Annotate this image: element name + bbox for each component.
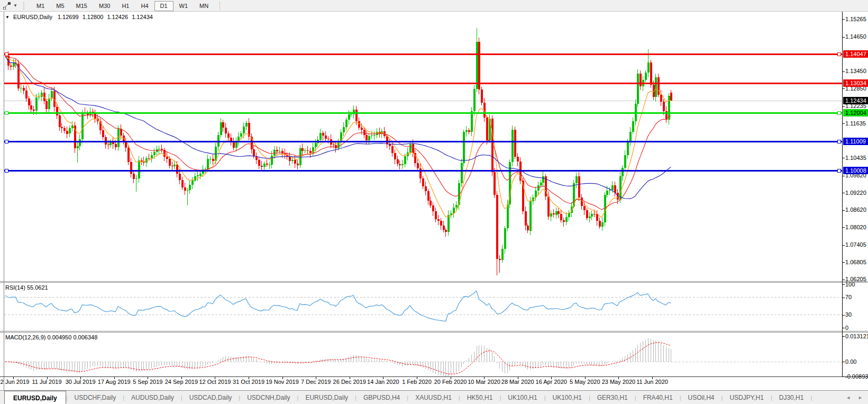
candle-body: [81, 112, 84, 140]
tab-EURUSD-Daily[interactable]: EURUSD,Daily: [4, 391, 66, 404]
ma-fast-line: [5, 56, 671, 217]
toolbar-separator: [220, 2, 220, 10]
candle-body: [639, 74, 642, 86]
timeframe-button-H4[interactable]: H4: [135, 1, 154, 11]
timeframe-button-D1[interactable]: D1: [154, 1, 173, 11]
candle-body: [319, 133, 322, 139]
candle-body: [637, 74, 639, 104]
candle-body: [445, 230, 447, 232]
candle-body: [109, 142, 112, 145]
candle-body: [243, 127, 245, 133]
candle-body: [102, 130, 104, 137]
candle-body: [191, 180, 194, 185]
candle-body: [13, 63, 15, 67]
candle-body: [547, 196, 550, 217]
candle-body: [345, 120, 348, 127]
tab-USDCNH-Daily[interactable]: USDCNH,Daily: [240, 391, 297, 404]
tab-UK100-H1[interactable]: UK100,H1: [546, 391, 589, 404]
candle-body: [56, 107, 58, 115]
tab-FRA40-H1[interactable]: FRA40,H1: [636, 391, 680, 404]
candle-body: [348, 114, 350, 120]
tab-scroll-right-button[interactable]: ►: [858, 395, 863, 400]
hline-handle: [837, 169, 840, 173]
candle-body: [417, 163, 419, 168]
tab-USDCHF-Daily[interactable]: USDCHF,Daily: [68, 391, 123, 404]
candle-body: [63, 128, 66, 131]
candle-body: [499, 259, 501, 261]
tab-DJ30-H1[interactable]: DJ30,H1: [772, 391, 811, 404]
tab-USDCAD-Daily[interactable]: USDCAD,Daily: [182, 391, 239, 404]
timeframe-button-H1[interactable]: H1: [116, 1, 135, 11]
candle-body: [404, 156, 406, 164]
candle-body: [301, 148, 304, 151]
tab-scroll-left-button[interactable]: ◄: [846, 395, 851, 400]
hline-handle: [837, 53, 840, 56]
candle-body: [386, 136, 388, 144]
candle-body: [184, 187, 186, 191]
hline-handle: [5, 140, 8, 143]
tab-GBPUSD-H4[interactable]: GBPUSD,H4: [357, 391, 407, 404]
candle-body: [419, 168, 422, 179]
tool-dropdown-caret-icon[interactable]: ▼: [12, 3, 19, 8]
candle-body: [209, 159, 212, 159]
timeframe-button-M5[interactable]: M5: [50, 1, 70, 11]
tab-HK50-H1[interactable]: HK50,H1: [460, 391, 500, 404]
candle-body: [591, 214, 593, 217]
candle-body: [23, 88, 25, 91]
candle-body: [517, 157, 519, 161]
candle-body: [461, 163, 463, 183]
candle-body: [38, 97, 40, 97]
timeframe-button-M30[interactable]: M30: [93, 1, 116, 11]
candle-body: [158, 149, 160, 149]
candle-body: [77, 146, 79, 148]
timeframe-button-MN[interactable]: MN: [194, 1, 214, 11]
candle-body: [583, 206, 586, 210]
candle-body: [273, 150, 276, 156]
tab-AUDUSD-Daily[interactable]: AUDUSD,Daily: [124, 391, 181, 404]
tab-EURUSD-Daily[interactable]: EURUSD,Daily: [298, 391, 355, 404]
candle-body: [430, 201, 432, 205]
candle-body: [401, 164, 404, 165]
tab-USDJPY-H1[interactable]: USDJPY,H1: [723, 391, 770, 404]
candle-body: [138, 160, 140, 178]
candle-body: [373, 135, 376, 136]
timeframe-button-M1[interactable]: M1: [31, 1, 50, 11]
candle-body: [189, 185, 191, 190]
timeframe-button-M15[interactable]: M15: [70, 1, 93, 11]
toolbar-grip: [23, 2, 28, 10]
candle-body: [473, 89, 476, 111]
candle-body: [650, 62, 652, 84]
candle-body: [358, 121, 360, 128]
candle-body: [322, 133, 324, 136]
tab-XAUUSD-H1[interactable]: XAUUSD,H1: [408, 391, 459, 404]
candle-body: [166, 157, 168, 159]
candle-body: [297, 164, 299, 165]
candle-body: [368, 136, 370, 140]
candle-body: [629, 132, 632, 142]
macd-histogram: [6, 338, 671, 376]
candle-body: [647, 62, 650, 73]
candle-body: [153, 152, 156, 155]
tab-UK100-H1[interactable]: UK100,H1: [501, 391, 544, 404]
line-study-tool-icon[interactable]: [1, 1, 12, 11]
candle-body: [614, 185, 616, 193]
timeframe-button-W1[interactable]: W1: [173, 1, 194, 11]
candle-body: [125, 142, 127, 148]
rsi-line: [5, 291, 671, 321]
candle-body: [227, 133, 230, 138]
candle-body: [578, 176, 580, 197]
candle-body: [432, 205, 434, 211]
candle-body: [437, 219, 440, 221]
candle-body: [130, 162, 132, 174]
candle-body: [307, 150, 309, 151]
candle-body: [45, 101, 48, 109]
tab-GER30-H1[interactable]: GER30,H1: [590, 391, 635, 404]
candle-body: [478, 42, 480, 90]
candle-body: [440, 221, 442, 226]
tab-USOil-H4[interactable]: USOil,H4: [681, 391, 721, 404]
candle-body: [33, 110, 35, 111]
candle-body: [627, 141, 629, 155]
candle-body: [425, 186, 427, 191]
chart-canvas[interactable]: [0, 0, 868, 404]
candle-body: [599, 221, 601, 227]
